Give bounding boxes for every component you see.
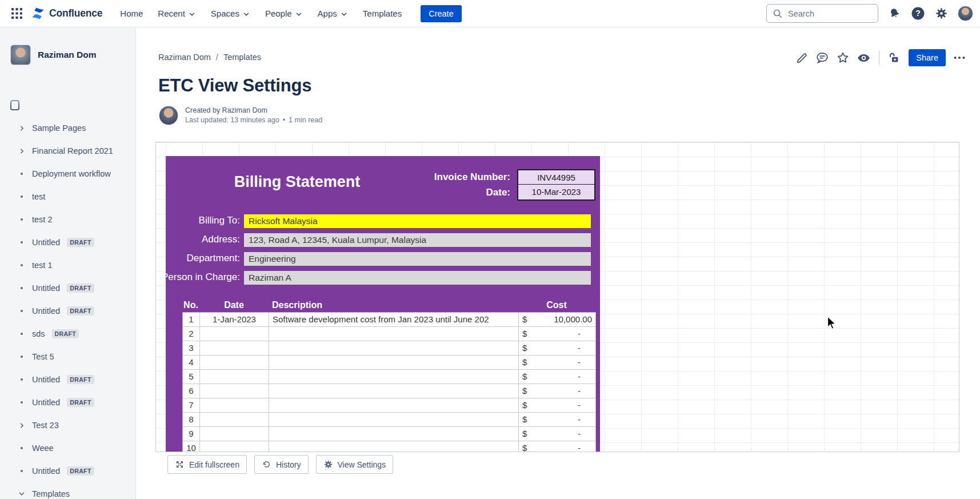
more-ellipsis-icon[interactable]: [953, 51, 966, 65]
sidebar-item-financial-report-2021[interactable]: Financial Report 2021: [0, 139, 135, 162]
invoice-number-value[interactable]: INV44995: [518, 170, 594, 185]
table-cell[interactable]: [269, 327, 519, 341]
table-cell[interactable]: 1: [183, 313, 200, 326]
help-icon[interactable]: ?: [911, 6, 925, 21]
comment-bubble-icon[interactable]: [815, 51, 829, 65]
table-row[interactable]: 5$-: [183, 370, 595, 384]
sidebar-item-test-5[interactable]: Test 5: [0, 345, 135, 368]
table-cell[interactable]: 10: [183, 441, 200, 452]
table-cell[interactable]: $-: [519, 441, 595, 452]
sidebar-item-untitled[interactable]: UntitledDRAFT: [0, 460, 135, 482]
table-cell[interactable]: 7: [183, 398, 200, 412]
nav-item-spaces[interactable]: Spaces: [205, 5, 257, 22]
table-row[interactable]: 3$-: [183, 341, 595, 356]
chevron-down-icon[interactable]: [17, 490, 26, 498]
nav-item-people[interactable]: People: [259, 5, 309, 22]
sidebar-item-untitled[interactable]: UntitledDRAFT: [0, 231, 135, 254]
unlock-icon[interactable]: [887, 51, 901, 65]
table-cell[interactable]: [269, 370, 519, 384]
sidebar-item-untitled[interactable]: UntitledDRAFT: [0, 277, 135, 300]
table-cell[interactable]: 4: [183, 356, 200, 369]
table-cell[interactable]: 6: [183, 384, 200, 398]
field-value[interactable]: Raziman A: [244, 271, 591, 285]
profile-avatar[interactable]: [958, 6, 973, 21]
date-value[interactable]: 10-Mar-2023: [518, 185, 594, 199]
nav-item-apps[interactable]: Apps: [311, 5, 354, 22]
sidebar-item-templates[interactable]: Templates: [0, 482, 135, 499]
table-cell[interactable]: [200, 384, 269, 398]
confluence-logo[interactable]: Confluence: [31, 6, 102, 21]
table-row[interactable]: 9$-: [183, 427, 595, 441]
star-icon[interactable]: [836, 51, 850, 65]
create-button[interactable]: Create: [421, 5, 462, 22]
field-value[interactable]: 123, Road A, 12345, Kuala Lumpur, Malays…: [244, 233, 591, 247]
space-header[interactable]: Raziman Dom: [10, 45, 126, 65]
table-cell[interactable]: 3: [183, 341, 200, 355]
table-cell[interactable]: [200, 413, 269, 426]
nav-item-home[interactable]: Home: [114, 5, 149, 22]
sidebar-item-untitled[interactable]: UntitledDRAFT: [0, 391, 135, 414]
table-cell[interactable]: $-: [519, 327, 595, 341]
table-cell[interactable]: $-: [519, 356, 595, 369]
table-cell[interactable]: [269, 384, 519, 398]
table-cell[interactable]: $-: [519, 398, 595, 412]
sidebar-item-test-23[interactable]: Test 23: [0, 414, 135, 437]
breadcrumb-parent[interactable]: Templates: [223, 53, 261, 62]
table-cell[interactable]: 1-Jan-2023: [200, 313, 269, 326]
field-value[interactable]: Ricksoft Malaysia: [244, 214, 591, 228]
chevron-right-icon[interactable]: [17, 147, 26, 155]
table-row[interactable]: 10$-: [183, 441, 595, 452]
sidebar-item-test[interactable]: test: [0, 185, 135, 208]
sidebar-item-deployment-workflow[interactable]: Deployment workflow: [0, 162, 135, 185]
table-cell[interactable]: $-: [519, 384, 595, 398]
table-cell[interactable]: [200, 398, 269, 412]
table-cell[interactable]: Software development cost from Jan 2023 …: [269, 313, 519, 326]
app-switcher-icon[interactable]: [8, 5, 25, 22]
chevron-right-icon[interactable]: [17, 125, 26, 132]
history-button[interactable]: History: [254, 455, 309, 474]
table-cell[interactable]: [200, 341, 269, 355]
table-cell[interactable]: [269, 441, 519, 452]
table-row[interactable]: 11-Jan-2023Software development cost fro…: [183, 313, 595, 327]
author-avatar[interactable]: [159, 106, 178, 125]
sidebar-item-test-2[interactable]: test 2: [0, 208, 135, 231]
table-cell[interactable]: [269, 427, 519, 441]
sidebar-item-weee[interactable]: Weee: [0, 437, 135, 460]
table-row[interactable]: 6$-: [183, 384, 595, 398]
table-cell[interactable]: 5: [183, 370, 200, 384]
breadcrumb-space[interactable]: Raziman Dom: [158, 53, 211, 62]
table-row[interactable]: 4$-: [183, 356, 595, 370]
watch-eye-icon[interactable]: [857, 51, 871, 65]
settings-gear-icon[interactable]: [935, 7, 948, 20]
nav-item-templates[interactable]: Templates: [357, 5, 408, 22]
table-cell[interactable]: [200, 441, 269, 452]
table-cell[interactable]: [269, 356, 519, 369]
spreadsheet-macro[interactable]: Billing Statement Invoice Number: Date: …: [155, 142, 959, 452]
search-input[interactable]: [787, 9, 872, 19]
sidebar-item-untitled[interactable]: UntitledDRAFT: [0, 300, 135, 322]
sidebar-item-sample-pages[interactable]: Sample Pages: [0, 117, 135, 139]
table-row[interactable]: 2$-: [183, 327, 595, 341]
table-cell[interactable]: $-: [519, 413, 595, 426]
nav-item-recent[interactable]: Recent: [151, 5, 202, 22]
table-cell[interactable]: $10,000.00: [519, 313, 595, 326]
notifications-bell-icon[interactable]: [888, 7, 901, 20]
field-value[interactable]: Engineering: [244, 252, 591, 266]
search-box[interactable]: [766, 4, 878, 23]
table-cell[interactable]: [200, 327, 269, 341]
sidebar-item-untitled[interactable]: UntitledDRAFT: [0, 368, 135, 391]
table-cell[interactable]: 2: [183, 327, 200, 341]
edit-fullscreen-button[interactable]: Edit fullscreen: [167, 455, 247, 474]
invoice-box[interactable]: INV44995 10-Mar-2023: [517, 169, 595, 201]
share-button[interactable]: Share: [909, 49, 946, 66]
sidebar-item-test-1[interactable]: test 1: [0, 254, 135, 277]
table-cell[interactable]: [269, 398, 519, 412]
table-cell[interactable]: $-: [519, 341, 595, 355]
sidebar-item-clipped[interactable]: [0, 94, 135, 117]
table-cell[interactable]: $-: [519, 427, 595, 441]
table-cell[interactable]: [269, 413, 519, 426]
edit-pencil-icon[interactable]: [795, 51, 809, 65]
table-row[interactable]: 8$-: [183, 413, 595, 427]
table-cell[interactable]: $-: [519, 370, 595, 384]
view-settings-button[interactable]: View Settings: [316, 455, 394, 474]
